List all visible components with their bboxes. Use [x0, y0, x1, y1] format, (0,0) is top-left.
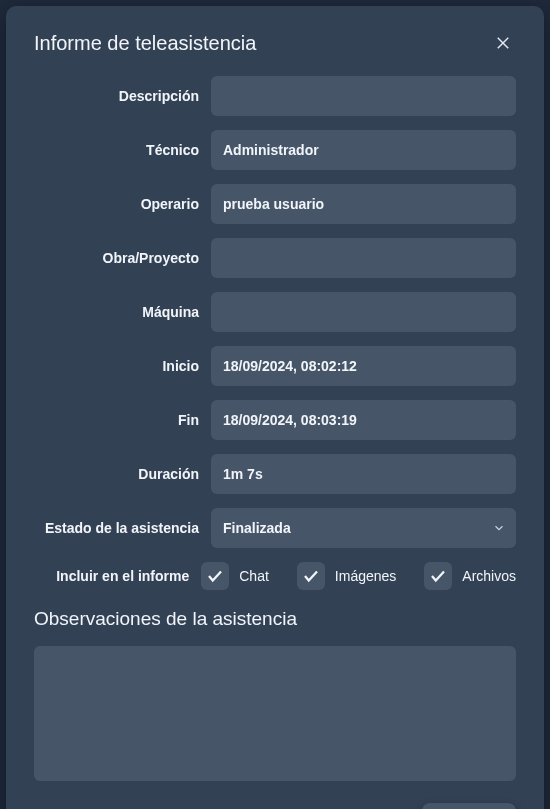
checkbox-item-archivos: Archivos: [424, 562, 516, 590]
check-icon: [429, 567, 447, 585]
submit-button[interactable]: Enviar: [422, 803, 516, 809]
checkbox-chat[interactable]: [201, 562, 229, 590]
button-row: Enviar: [34, 803, 516, 809]
label-obra: Obra/Proyecto: [34, 250, 199, 266]
field-row-maquina: Máquina: [34, 292, 516, 332]
input-maquina[interactable]: [211, 292, 516, 332]
checkbox-group: Chat Imágenes Archivos: [201, 562, 516, 590]
field-row-tecnico: Técnico: [34, 130, 516, 170]
input-duracion[interactable]: [211, 454, 516, 494]
label-maquina: Máquina: [34, 304, 199, 320]
observaciones-title: Observaciones de la asistencia: [34, 608, 516, 630]
label-estado: Estado de la asistencia: [34, 520, 199, 536]
select-estado[interactable]: Finalizada: [211, 508, 516, 548]
checkbox-imagenes[interactable]: [297, 562, 325, 590]
field-row-descripcion: Descripción: [34, 76, 516, 116]
include-row: Incluir en el informe Chat Imágenes Arch…: [34, 562, 516, 590]
check-icon: [206, 567, 224, 585]
modal-header: Informe de teleasistencia: [34, 30, 516, 56]
label-duracion: Duración: [34, 466, 199, 482]
label-operario: Operario: [34, 196, 199, 212]
input-tecnico[interactable]: [211, 130, 516, 170]
report-modal: Informe de teleasistencia Descripción Té…: [6, 6, 544, 809]
field-row-fin: Fin: [34, 400, 516, 440]
field-row-duracion: Duración: [34, 454, 516, 494]
input-descripcion[interactable]: [211, 76, 516, 116]
close-button[interactable]: [490, 30, 516, 56]
label-include: Incluir en el informe: [34, 568, 189, 584]
label-inicio: Inicio: [34, 358, 199, 374]
input-operario[interactable]: [211, 184, 516, 224]
label-tecnico: Técnico: [34, 142, 199, 158]
input-inicio[interactable]: [211, 346, 516, 386]
label-descripcion: Descripción: [34, 88, 199, 104]
checkbox-item-imagenes: Imágenes: [297, 562, 396, 590]
field-row-inicio: Inicio: [34, 346, 516, 386]
field-row-obra: Obra/Proyecto: [34, 238, 516, 278]
textarea-observaciones[interactable]: [34, 646, 516, 781]
checkbox-label-archivos: Archivos: [462, 568, 516, 584]
field-row-operario: Operario: [34, 184, 516, 224]
field-row-estado: Estado de la asistencia Finalizada: [34, 508, 516, 548]
check-icon: [302, 567, 320, 585]
checkbox-label-imagenes: Imágenes: [335, 568, 396, 584]
input-obra[interactable]: [211, 238, 516, 278]
checkbox-label-chat: Chat: [239, 568, 269, 584]
label-fin: Fin: [34, 412, 199, 428]
modal-title: Informe de teleasistencia: [34, 32, 256, 55]
checkbox-item-chat: Chat: [201, 562, 269, 590]
input-fin[interactable]: [211, 400, 516, 440]
close-icon: [494, 34, 512, 52]
checkbox-archivos[interactable]: [424, 562, 452, 590]
